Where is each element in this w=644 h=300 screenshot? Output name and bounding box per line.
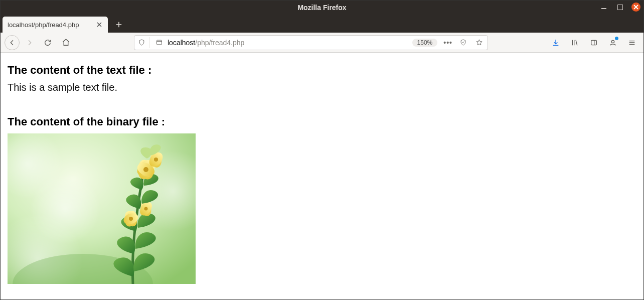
binary-file-heading: The content of the binary file : — [8, 115, 636, 128]
forward-button[interactable] — [22, 35, 38, 51]
binary-file-image — [8, 133, 196, 284]
url-path: /php/fread4.php — [195, 39, 244, 47]
text-file-content: This is a sample text file. — [8, 82, 636, 93]
window-titlebar: Mozilla Firefox — [1, 1, 643, 15]
toolbar-right-icons — [548, 35, 639, 51]
svg-point-12 — [129, 217, 133, 221]
hamburger-menu-icon[interactable] — [624, 35, 639, 51]
downloads-icon[interactable] — [548, 35, 563, 51]
window-controls — [599, 3, 640, 12]
url-host: localhost — [168, 39, 195, 47]
svg-point-23 — [154, 158, 158, 162]
urlbar-trailing-icons: ••• — [442, 37, 486, 48]
site-info-icon[interactable] — [152, 37, 166, 48]
window-maximize-button[interactable] — [615, 3, 624, 12]
svg-point-20 — [143, 167, 148, 172]
zoom-badge[interactable]: 150% — [412, 39, 438, 47]
bookmark-star-icon[interactable] — [472, 37, 486, 48]
notification-dot-icon — [615, 37, 618, 40]
reload-button[interactable] — [40, 35, 56, 51]
svg-rect-0 — [156, 40, 162, 45]
back-button[interactable] — [5, 35, 20, 50]
browser-tab[interactable]: localhost/php/fread4.php — [3, 17, 108, 33]
tab-label: localhost/php/fread4.php — [8, 21, 92, 29]
page-actions-icon[interactable]: ••• — [442, 39, 453, 47]
url-bar[interactable]: localhost/php/fread4.php 150% ••• — [134, 35, 488, 50]
new-tab-button[interactable] — [111, 17, 127, 33]
svg-point-2 — [611, 40, 614, 43]
window-minimize-button[interactable] — [599, 3, 608, 12]
library-icon[interactable] — [567, 35, 582, 51]
url-text: localhost/php/fread4.php — [168, 39, 410, 47]
window-title: Mozilla Firefox — [297, 4, 346, 12]
text-file-heading: The content of the text file : — [8, 64, 636, 77]
page-viewport: The content of the text file : This is a… — [1, 53, 643, 299]
svg-point-15 — [144, 207, 148, 211]
reader-mode-icon[interactable] — [456, 37, 469, 48]
tab-strip: localhost/php/fread4.php — [1, 15, 643, 33]
window-close-button[interactable] — [631, 3, 640, 12]
tab-close-button[interactable] — [96, 21, 103, 28]
home-button[interactable] — [58, 35, 74, 51]
account-icon[interactable] — [605, 35, 620, 51]
sidebar-icon[interactable] — [586, 35, 601, 51]
browser-toolbar: localhost/php/fread4.php 150% ••• — [1, 33, 643, 53]
tracking-protection-icon[interactable] — [136, 37, 149, 48]
